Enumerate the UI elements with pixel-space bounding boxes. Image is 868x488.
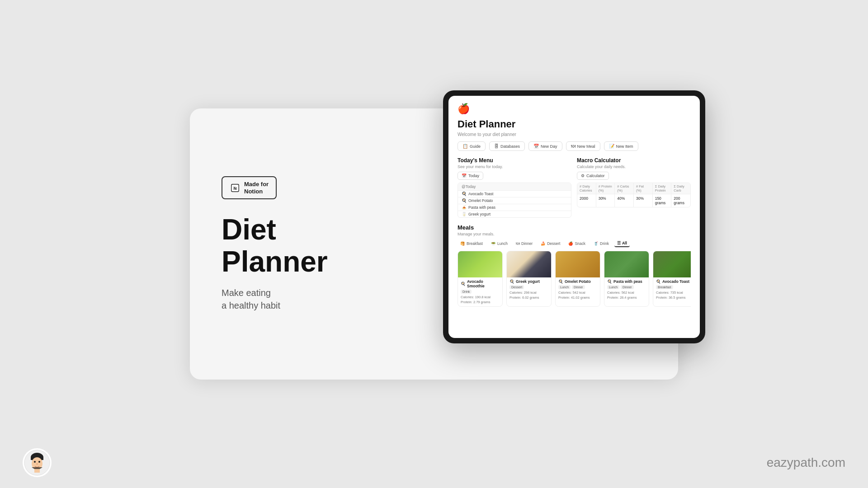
meal-icon: 🍳 xyxy=(461,282,466,286)
meals-grid: 🍳 Avocado Smoothie Drink Calories: 190.8… xyxy=(458,251,691,307)
today-icon: 📅 xyxy=(462,174,467,178)
calculator-button[interactable]: ⚙ Calculator xyxy=(577,172,609,180)
meal-card-yogurt: 🍳 Greek yogurt Dessert Calories: 298 kca… xyxy=(506,251,552,307)
svg-rect-9 xyxy=(34,469,40,473)
todays-menu-section: Today's Menu See your menu for today. 📅 … xyxy=(458,157,571,218)
meal-stats-toast: Calories: 735 kcalProtein: 36.5 grams xyxy=(656,291,691,300)
meal-card-img-omelet xyxy=(556,251,600,277)
snack-icon: 🍎 xyxy=(568,241,573,246)
meal-tag: Breakfast xyxy=(656,285,673,289)
filter-dinner[interactable]: 🍽 Dinner xyxy=(513,240,535,247)
breakfast-icon: 🥞 xyxy=(460,241,465,246)
todays-menu-desc: See your menu for today. xyxy=(458,164,571,169)
guide-button[interactable]: 📋 Guide xyxy=(458,141,486,151)
item-icon: 🍳 xyxy=(462,198,467,203)
new-meal-icon: 🍽 xyxy=(571,144,576,149)
macro-calculator-desc: Calculate your daily needs. xyxy=(577,164,691,169)
website-url: eazypath.com xyxy=(767,455,845,470)
meal-tag: Dinner xyxy=(572,285,585,289)
filter-all[interactable]: ☰ All xyxy=(614,240,630,247)
avatar xyxy=(23,448,52,477)
macro-data-carbs-pct: 40% xyxy=(615,194,634,207)
new-item-button[interactable]: 📝 New Item xyxy=(604,141,638,151)
macro-data-protein-pct: 30% xyxy=(596,194,615,207)
filter-snack[interactable]: 🍎 Snack xyxy=(566,240,588,247)
action-buttons: 📋 Guide 🗄 Databases 📅 New Day 🍽 xyxy=(458,141,691,151)
meal-name-omelet: 🍳 Omelet Potato xyxy=(558,279,597,284)
meal-tags-toast: Breakfast xyxy=(656,285,691,289)
macro-header-row: # Daily Calories # Protein (%) # Carbs (… xyxy=(577,183,690,194)
meal-stats-omelet: Calories: 542 kcalProtein: 41.02 grams xyxy=(558,291,597,300)
filter-lunch[interactable]: 🥗 Lunch xyxy=(488,240,510,247)
todays-menu-title: Today's Menu xyxy=(458,157,571,164)
filter-breakfast[interactable]: 🥞 Breakfast xyxy=(458,240,486,247)
meal-card-body: 🍳 Avocado Smoothie Drink Calories: 190.8… xyxy=(458,277,502,306)
calculator-icon: ⚙ xyxy=(581,174,585,178)
macro-header-calories: # Daily Calories xyxy=(577,183,596,194)
macro-header-daily-carb: Σ Daily Carb xyxy=(671,183,690,194)
meal-card-pasta: 🍳 Pasta with peas Lunch Dinner Calories:… xyxy=(604,251,649,307)
macro-calculator-title: Macro Calculator xyxy=(577,157,691,164)
macro-header-protein: # Protein (%) xyxy=(596,183,615,194)
macro-data-carb-grams: 200 grams xyxy=(671,194,690,207)
item-icon: 🍝 xyxy=(462,205,467,210)
macro-table: # Daily Calories # Protein (%) # Carbs (… xyxy=(577,183,691,207)
app-subtitle: Make eating a healthy habit xyxy=(222,286,380,312)
bottom-bar: eazypath.com xyxy=(23,448,845,477)
meal-name-smoothie: 🍳 Avocado Smoothie xyxy=(461,279,500,288)
tablet-device: 🍎 Diet Planner Welcome to your diet plan… xyxy=(443,90,705,343)
menu-list-header: @Today xyxy=(458,183,571,191)
new-day-icon: 📅 xyxy=(533,144,539,149)
meal-card-body: 🍳 Avocado Toast Breakfast Calories: 735 … xyxy=(653,277,691,302)
meal-tag: Lunch xyxy=(558,285,571,289)
meal-card-body: 🍳 Pasta with peas Lunch Dinner Calories:… xyxy=(604,277,649,302)
list-item: 🍳 Omelet Potato xyxy=(458,197,571,204)
list-item: 🥛 Greek yogurt xyxy=(458,211,571,217)
databases-button[interactable]: 🗄 Databases xyxy=(489,141,525,151)
new-meal-button[interactable]: 🍽 New Meal xyxy=(566,141,600,151)
apple-icon: 🍎 xyxy=(458,103,691,115)
meal-name-toast: 🍳 Avocado Toast xyxy=(656,279,691,284)
meal-tag: Drink xyxy=(461,290,472,294)
meal-card-img-smoothie xyxy=(458,251,502,277)
meal-card-img-toast xyxy=(653,251,691,277)
meal-name-yogurt: 🍳 Greek yogurt xyxy=(509,279,548,284)
badge-text: Made for Notion xyxy=(244,181,269,195)
databases-icon: 🗄 xyxy=(494,144,499,149)
meal-card-toast: 🍳 Avocado Toast Breakfast Calories: 735 … xyxy=(653,251,691,307)
meal-tags-smoothie: Drink xyxy=(461,290,500,294)
meal-tag: Lunch xyxy=(607,285,619,289)
two-col-section: Today's Menu See your menu for today. 📅 … xyxy=(458,157,691,218)
notion-logo-icon: N xyxy=(230,183,241,193)
filter-drink[interactable]: 🥤 Drink xyxy=(591,240,612,247)
meal-stats-pasta: Calories: 562 kcalProtein: 28.4 grams xyxy=(607,291,646,300)
all-icon: ☰ xyxy=(617,241,621,245)
meal-card-body: 🍳 Greek yogurt Dessert Calories: 298 kca… xyxy=(507,277,551,302)
meal-stats-smoothie: Calories: 190.8 kcalProtein: 2.79 grams xyxy=(461,295,500,305)
meal-tag: Dinner xyxy=(621,285,634,289)
meal-card-img-yogurt xyxy=(507,251,551,277)
made-for-notion-badge: N Made for Notion xyxy=(222,176,277,199)
item-icon: 🍳 xyxy=(462,192,467,196)
page-title: Diet Planner xyxy=(458,118,691,130)
meal-tags-yogurt: Dessert xyxy=(509,285,548,289)
main-card: N Made for Notion Diet Planner Make eati… xyxy=(190,108,678,380)
meals-filter: 🥞 Breakfast 🥗 Lunch 🍽 Dinner 🍰 Dessert 🍎… xyxy=(458,240,691,247)
lunch-icon: 🥗 xyxy=(491,241,496,246)
svg-point-6 xyxy=(34,461,36,463)
right-panel: 🍎 Diet Planner Welcome to your diet plan… xyxy=(407,108,678,380)
macro-data-calories: 2000 xyxy=(577,194,596,207)
dessert-icon: 🍰 xyxy=(541,241,546,246)
svg-text:N: N xyxy=(234,186,237,190)
tablet-screen: 🍎 Diet Planner Welcome to your diet plan… xyxy=(448,96,700,338)
meal-tags-pasta: Lunch Dinner xyxy=(607,285,646,289)
filter-dessert[interactable]: 🍰 Dessert xyxy=(538,240,563,247)
svg-point-8 xyxy=(37,463,38,465)
dinner-icon: 🍽 xyxy=(516,241,520,246)
svg-point-7 xyxy=(38,461,40,463)
notion-page: 🍎 Diet Planner Welcome to your diet plan… xyxy=(448,96,700,338)
today-button[interactable]: 📅 Today xyxy=(458,172,483,180)
new-day-button[interactable]: 📅 New Day xyxy=(528,141,562,151)
meal-icon: 🍳 xyxy=(607,279,612,284)
macro-header-carbs: # Carbs (%) xyxy=(615,183,634,194)
